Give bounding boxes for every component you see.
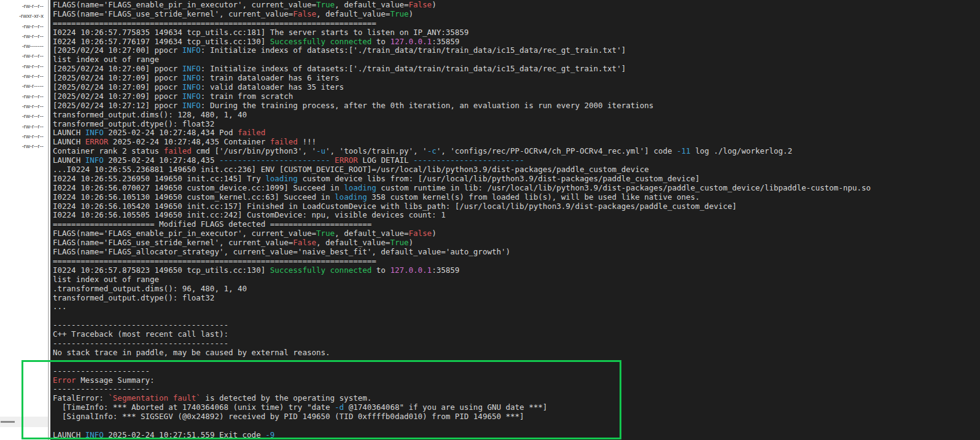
permission-row: -rw-r--r-- (0, 92, 48, 101)
log-line: ========================================… (53, 19, 980, 28)
log-line: I0224 10:26:56.105420 149650 init.cc:157… (53, 202, 980, 211)
log-line (53, 312, 980, 321)
log-line: LAUNCH INFO 2025-02-24 10:27:51,559 Exit… (53, 431, 980, 440)
log-line: I0224 10:26:57.775835 149634 tcp_utils.c… (53, 28, 980, 37)
file-permissions-panel: -rw-r--r---rwxr-xr-x-rw-r--r---rw-r--r--… (0, 0, 49, 440)
permission-row: -rw-r----- (0, 81, 48, 91)
log-line: transformed_output.dtype(): float32 (53, 120, 980, 129)
log-line: I0224 10:26:57.875823 149650 tcp_utils.c… (53, 266, 980, 275)
log-line: I0224 10:26:56.070027 149650 custom_devi… (53, 184, 980, 193)
log-line (53, 358, 980, 367)
log-line (53, 422, 980, 431)
log-line: FLAGS(name='FLAGS_allocator_strategy', c… (53, 248, 980, 257)
permission-row: -rw-r--r-- (0, 22, 48, 31)
log-line: -------------------------------------- (53, 321, 980, 330)
log-line: list index out of range (53, 275, 980, 285)
log-line: I0224 10:26:55.236950 149650 init.cc:145… (53, 175, 980, 184)
log-line: ... (53, 302, 980, 312)
log-line: FLAGS(name='FLAGS_enable_pir_in_executor… (53, 1, 980, 10)
log-line: C++ Traceback (most recent call last): (53, 330, 980, 339)
permission-row: -rwxr-xr-x (0, 11, 48, 21)
log-line: Container rank 2 status failed cmd ['/us… (53, 147, 980, 156)
log-line: FLAGS(name='FLAGS_use_stride_kernel', cu… (53, 238, 980, 248)
permission-row: -rw-r--r-- (0, 111, 48, 121)
log-line: LAUNCH INFO 2025-02-24 10:27:48,434 Pod … (53, 128, 980, 138)
permission-row: -rw-r--r-- (0, 1, 48, 11)
log-line: FLAGS(name='FLAGS_enable_pir_in_executor… (53, 229, 980, 238)
log-line: LAUNCH INFO 2025-02-24 10:27:48,435 ----… (53, 156, 980, 165)
log-line: .transformed_output.dims(): 96, 480, 1, … (53, 285, 980, 294)
permission-row: -rw------- (0, 41, 48, 51)
log-line: [2025/02/24 10:27:00] ppocr INFO: Initia… (53, 46, 980, 55)
permission-row: -rw-r--r-- (0, 51, 48, 61)
log-line: ...I0224 10:26:55.236881 149650 init.cc:… (53, 165, 980, 175)
log-line: No stack trace in paddle, may be caused … (53, 348, 980, 358)
log-line: FatalError: `Segmentation fault` is dete… (53, 394, 980, 403)
permission-row: -rw-r--r-- (0, 132, 48, 141)
permission-row: -rw-r--r-- (0, 31, 48, 41)
log-line: I0224 10:26:57.776197 149634 tcp_utils.c… (53, 37, 980, 47)
log-line: [2025/02/24 10:27:12] ppocr INFO: During… (53, 101, 980, 111)
log-line: [SignalInfo: *** SIGSEGV (@0x24892) rece… (53, 412, 980, 422)
log-line: FLAGS(name='FLAGS_use_stride_kernel', cu… (53, 10, 980, 19)
log-terminal[interactable]: FLAGS(name='FLAGS_enable_pir_in_executor… (50, 0, 980, 440)
log-line: ====================== Modified FLAGS de… (53, 220, 980, 229)
log-line: list index out of range (53, 55, 980, 65)
log-line: [2025/02/24 10:27:09] ppocr INFO: train … (53, 92, 980, 101)
log-lines-container: FLAGS(name='FLAGS_enable_pir_in_executor… (50, 0, 980, 440)
log-line: [2025/02/24 10:27:00] ppocr INFO: Initia… (53, 65, 980, 74)
log-line: I0224 10:26:56.105505 149650 init.cc:242… (53, 211, 980, 220)
log-line: [TimeInfo: *** Aborted at 1740364068 (un… (53, 403, 980, 412)
permission-row: -rw-r--r-- (0, 71, 48, 81)
resize-handle[interactable] (1, 421, 15, 423)
log-line: ========================================… (53, 257, 980, 266)
permission-row: -rw-r--r-- (0, 61, 48, 71)
log-line: I0224 10:26:56.105130 149650 custom_kern… (53, 193, 980, 202)
permissions-list: -rw-r--r---rwxr-xr-x-rw-r--r---rw-r--r--… (0, 0, 48, 151)
log-line: transformed_output.dims(): 128, 480, 1, … (53, 111, 980, 120)
log-line: --------------------- (53, 385, 980, 394)
log-line: [2025/02/24 10:27:09] ppocr INFO: valid … (53, 83, 980, 92)
log-line: --------------------- (53, 367, 980, 376)
permission-row: -rw-r--r-- (0, 101, 48, 111)
log-line: LAUNCH ERROR 2025-02-24 10:27:48,435 Con… (53, 138, 980, 147)
permission-row: -rw-r--r-- (0, 141, 48, 151)
log-line: -------------------------------------- (53, 339, 980, 348)
log-line: transformed_output.dtype(): float32 (53, 294, 980, 303)
log-line: Error Message Summary: (53, 376, 980, 385)
permission-row: -rw-r--r-- (0, 122, 48, 132)
log-line: [2025/02/24 10:27:09] ppocr INFO: train … (53, 74, 980, 83)
